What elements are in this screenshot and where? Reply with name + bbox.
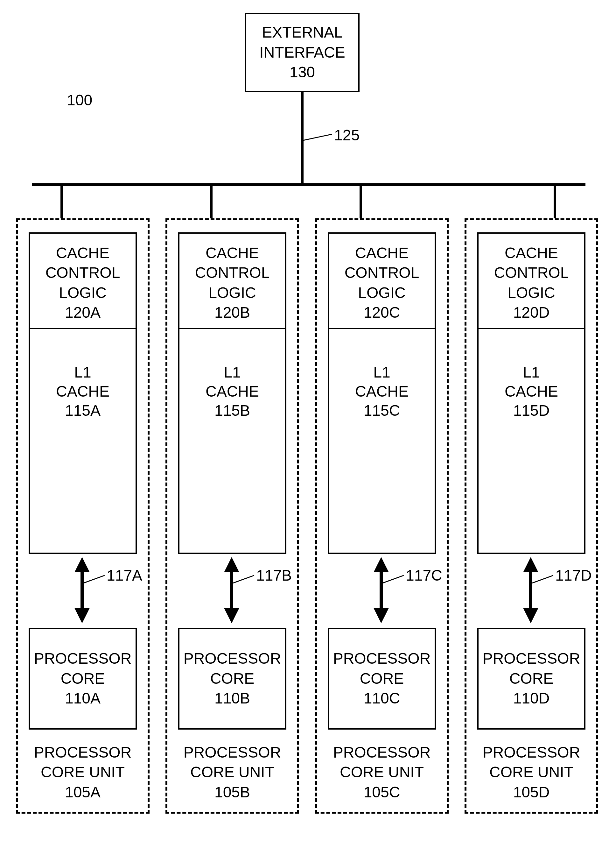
external-interface-ref: 130 <box>289 62 315 82</box>
proc-c-line1: PROCESSOR <box>333 649 431 669</box>
ccl-d-line2: CONTROL <box>494 263 569 283</box>
l1-d-line1: L1 <box>477 363 585 382</box>
proc-b: PROCESSOR CORE 110B <box>178 628 286 730</box>
unit-b-ref: 105B <box>167 782 297 802</box>
l1-a-ref: 115A <box>28 401 137 420</box>
proc-a: PROCESSOR CORE 110A <box>28 628 137 730</box>
cache-div-c <box>328 328 436 329</box>
external-interface-line1: EXTERNAL <box>262 23 343 42</box>
ext-to-bus-line <box>301 92 303 185</box>
external-interface-line2: INTERFACE <box>259 42 345 62</box>
cache-div-a <box>28 328 137 329</box>
unit-c-line1: PROCESSOR <box>317 742 447 762</box>
unit-d-line1: PROCESSOR <box>467 742 596 762</box>
proc-d-line2: CORE <box>509 669 554 689</box>
bus-drop-c <box>360 183 362 219</box>
unit-d-ref: 105D <box>467 782 596 802</box>
unit-b-line2: CORE UNIT <box>167 762 297 782</box>
arrow-d-down <box>523 608 538 623</box>
ccl-b-line1: CACHE <box>195 243 270 263</box>
unit-a-line1: PROCESSOR <box>18 742 148 762</box>
proc-b-line1: PROCESSOR <box>184 649 281 669</box>
bus-line <box>32 183 585 186</box>
unit-c-ref: 105C <box>317 782 447 802</box>
bus-drop-a <box>60 183 63 219</box>
proc-b-line2: CORE <box>210 669 255 689</box>
external-interface-box: EXTERNAL INTERFACE 130 <box>245 13 360 92</box>
proc-c: PROCESSOR CORE 110C <box>328 628 436 730</box>
l1-c-ref: 115C <box>328 401 436 420</box>
proc-c-ref: 110C <box>364 689 400 708</box>
ccl-c-line1: CACHE <box>344 243 420 263</box>
l1-b-ref: 115B <box>178 401 286 420</box>
l1-c-line2: CACHE <box>328 382 436 401</box>
ccl-c-line2: CONTROL <box>344 263 420 283</box>
arrow-b-line <box>230 570 233 611</box>
bus-leader <box>302 134 332 141</box>
l1-c-line1: L1 <box>328 363 436 382</box>
arrow-d-ref: 117D <box>555 566 592 585</box>
arrow-a-ref: 117A <box>107 566 142 585</box>
cache-div-d <box>477 328 585 329</box>
l1-b-line1: L1 <box>178 363 286 382</box>
ccl-a-line1: CACHE <box>46 243 120 263</box>
unit-a-line2: CORE UNIT <box>18 762 148 782</box>
proc-d: PROCESSOR CORE 110D <box>477 628 585 730</box>
bus-drop-d <box>554 183 556 219</box>
arrow-b-ref: 117B <box>256 566 292 585</box>
ccl-c-line3: LOGIC <box>344 283 420 303</box>
ccl-a-line3: LOGIC <box>46 283 120 303</box>
proc-b-ref: 110B <box>214 689 250 708</box>
proc-d-ref: 110D <box>513 689 550 708</box>
ccl-b-ref: 120B <box>195 303 270 322</box>
ccl-b-line2: CONTROL <box>195 263 270 283</box>
ccl-d-line3: LOGIC <box>494 283 569 303</box>
ccl-b-line3: LOGIC <box>195 283 270 303</box>
unit-a-ref: 105A <box>18 782 148 802</box>
proc-a-line1: PROCESSOR <box>34 649 132 669</box>
arrow-c-down <box>374 608 389 623</box>
proc-d-line1: PROCESSOR <box>483 649 580 669</box>
l1-d-ref: 115D <box>477 401 585 420</box>
l1-a-line1: L1 <box>28 363 137 382</box>
arrow-c-ref: 117C <box>406 566 442 585</box>
unit-c-line2: CORE UNIT <box>317 762 447 782</box>
diagram-ref: 100 <box>67 91 92 110</box>
ccl-a-line2: CONTROL <box>46 263 120 283</box>
arrow-b-down <box>224 608 239 623</box>
ccl-d-line1: CACHE <box>494 243 569 263</box>
unit-d-line2: CORE UNIT <box>467 762 596 782</box>
arrow-c-line <box>380 570 383 611</box>
arrow-d-line <box>529 570 532 611</box>
l1-d-line2: CACHE <box>477 382 585 401</box>
arrow-a-line <box>80 570 84 611</box>
ccl-a-ref: 120A <box>46 303 120 322</box>
l1-b-line2: CACHE <box>178 382 286 401</box>
proc-a-ref: 110A <box>65 689 101 708</box>
unit-b-line1: PROCESSOR <box>167 742 297 762</box>
ccl-d-ref: 120D <box>494 303 569 322</box>
proc-c-line2: CORE <box>360 669 404 689</box>
cache-div-b <box>178 328 286 329</box>
arrow-a-down <box>74 608 90 623</box>
bus-ref: 125 <box>334 126 360 145</box>
proc-a-line2: CORE <box>61 669 105 689</box>
ccl-c-ref: 120C <box>344 303 420 322</box>
bus-drop-b <box>210 183 212 219</box>
l1-a-line2: CACHE <box>28 382 137 401</box>
